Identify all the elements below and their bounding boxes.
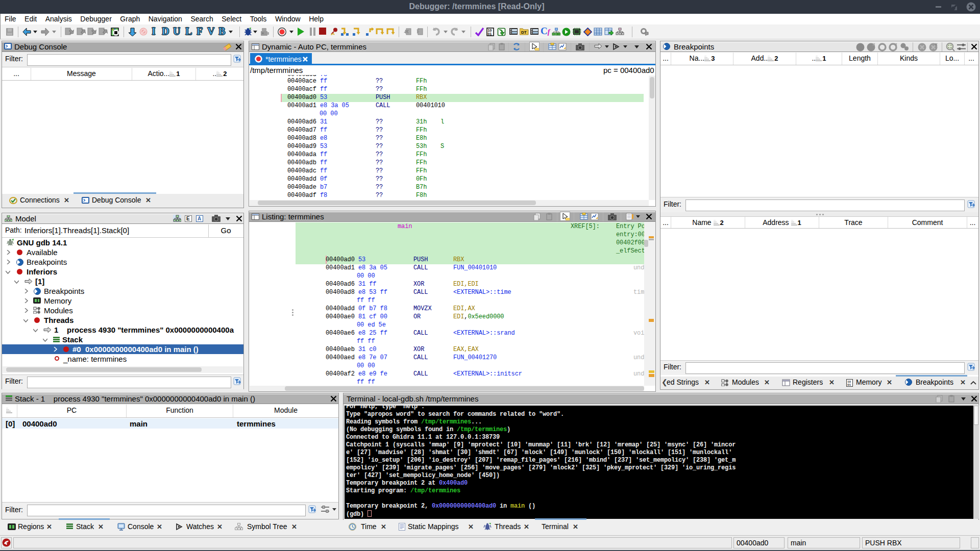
svg-text:01: 01 [488, 32, 492, 36]
svg-text:01: 01 [847, 383, 851, 387]
svg-text:10: 10 [488, 29, 492, 32]
svg-text:A: A [198, 216, 201, 221]
svg-text:DT: DT [521, 30, 527, 35]
svg-text:E: E [186, 216, 190, 221]
